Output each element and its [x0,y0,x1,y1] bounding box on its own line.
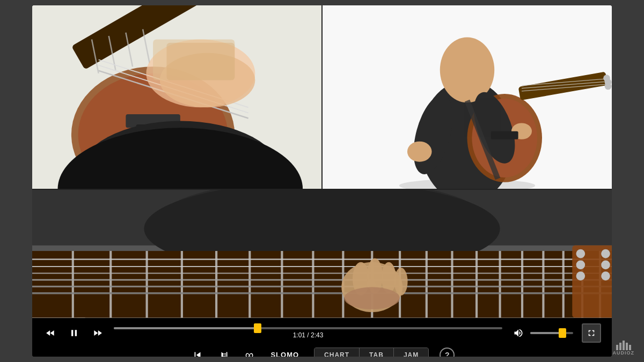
svg-point-79 [394,268,408,296]
video-top-row [32,5,612,189]
volume-track[interactable] [530,332,573,334]
fast-forward-button[interactable] [90,327,105,339]
svg-rect-39 [491,131,518,139]
fullscreen-button[interactable] [582,323,601,343]
video-top-right-content [323,5,612,189]
tab-label: TAB [369,351,384,357]
svg-point-85 [601,249,610,258]
bottom-row: ∞ SLOMO CHART TAB JAM [43,347,601,357]
slomo-label: SLOMO [270,351,299,357]
svg-rect-51 [181,251,183,317]
loop-icon: ∞ [245,348,254,357]
video-top-right [323,5,612,189]
progress-container: 1:01 / 2:43 [114,327,502,339]
audioz-logo-icon [616,341,631,350]
svg-rect-17 [166,43,235,80]
volume-container [511,327,573,339]
svg-rect-47 [32,251,612,317]
svg-point-82 [576,249,586,258]
prev-chapter-button[interactable] [189,348,206,357]
svg-point-86 [601,261,610,270]
controls-bar: 1:01 / 2:43 [32,318,612,357]
progress-track[interactable] [114,327,502,329]
svg-rect-53 [248,251,251,317]
video-area [32,5,612,318]
svg-rect-65 [562,251,565,317]
rewind-button[interactable] [43,327,58,339]
svg-rect-90 [623,341,625,350]
video-top-left [32,5,321,189]
help-button[interactable]: ? [440,348,455,357]
jam-label: JAM [404,351,419,357]
loop-button[interactable]: ∞ [243,347,256,357]
svg-rect-63 [521,251,523,317]
svg-rect-59 [426,251,428,317]
fast-forward-icon [92,328,103,338]
volume-button[interactable] [511,327,526,339]
chart-label: CHART [324,351,349,357]
chart-tab-jam-group: CHART TAB JAM [314,348,429,357]
next-chapter-button[interactable] [216,348,232,357]
player-container: 1:01 / 2:43 [32,5,612,357]
svg-rect-91 [626,343,628,350]
svg-point-83 [576,261,586,270]
svg-point-33 [605,83,612,90]
progress-thumb[interactable] [254,323,261,333]
progress-fill [114,327,258,329]
volume-fill [530,332,562,334]
svg-point-80 [344,287,400,309]
jam-button[interactable]: JAM [394,348,428,357]
svg-rect-49 [109,251,112,317]
svg-point-36 [407,142,432,162]
video-bottom-content [32,190,612,317]
svg-rect-55 [312,251,314,317]
audioz-text: AUDIOZ [613,350,635,356]
pause-button[interactable] [67,327,82,339]
svg-rect-50 [146,251,148,317]
help-icon: ? [445,351,450,357]
audioz-watermark: AUDIOZ [613,341,635,356]
rewind-icon [45,328,56,338]
video-bottom [32,190,612,317]
time-display: 1:01 / 2:43 [293,331,324,339]
volume-icon [513,328,524,338]
svg-rect-64 [542,251,544,317]
svg-rect-52 [215,251,217,317]
fullscreen-icon [587,328,596,338]
svg-point-87 [601,272,610,281]
svg-rect-48 [72,251,74,317]
prev-chapter-icon [192,349,203,357]
svg-rect-88 [616,345,618,350]
svg-rect-62 [499,251,501,317]
svg-rect-92 [629,345,631,350]
tab-button[interactable]: TAB [360,348,394,357]
svg-point-84 [576,272,586,281]
volume-thumb[interactable] [559,328,566,338]
svg-rect-61 [475,251,478,317]
transport-row: 1:01 / 2:43 [43,323,601,343]
video-top-left-content [32,5,321,189]
svg-rect-54 [281,251,283,317]
svg-rect-89 [619,343,621,350]
slomo-button[interactable]: SLOMO [266,349,303,357]
next-chapter-icon [218,349,230,357]
svg-rect-60 [451,251,453,317]
chart-button[interactable]: CHART [314,348,360,357]
pause-icon [69,328,79,338]
